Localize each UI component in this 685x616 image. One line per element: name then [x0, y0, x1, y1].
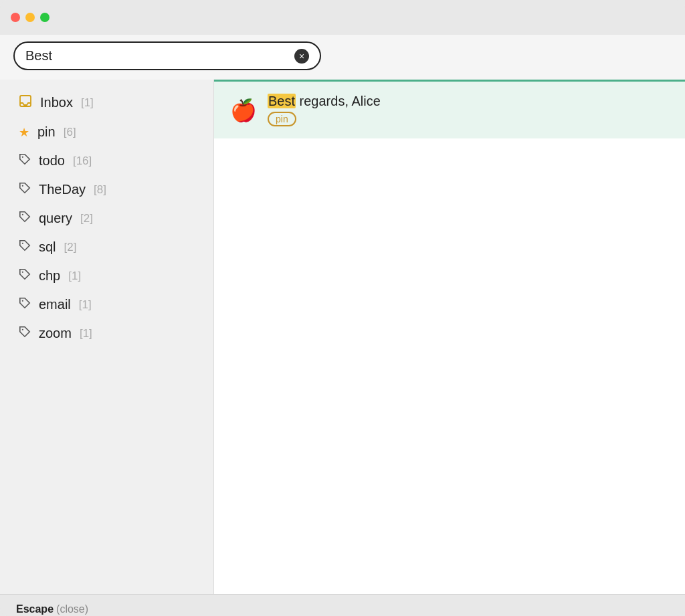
sidebar-item-count: [1] — [81, 96, 94, 110]
sidebar-item-label: todo — [39, 153, 65, 169]
sidebar-item-label: query — [39, 211, 72, 226]
search-highlight: Best — [268, 94, 296, 108]
sidebar-item-label: pin — [37, 124, 56, 140]
sidebar: Inbox [1] ★ pin [6] todo [16] TheDay [8] — [0, 80, 214, 594]
tag-icon — [19, 211, 31, 226]
search-clear-button[interactable]: × — [294, 49, 309, 64]
tag-icon — [19, 182, 31, 197]
maximize-button[interactable] — [40, 13, 50, 22]
main-content: Inbox [1] ★ pin [6] todo [16] TheDay [8] — [0, 80, 685, 594]
escape-hint: (close) — [56, 603, 88, 615]
sidebar-item-count: [1] — [79, 298, 92, 312]
sidebar-item-count: [6] — [64, 126, 76, 139]
svg-point-5 — [22, 272, 23, 273]
minimize-button[interactable] — [25, 13, 35, 22]
inbox-icon — [19, 94, 32, 111]
search-bar-wrapper: × — [0, 35, 685, 80]
sidebar-item-count: [1] — [80, 327, 92, 340]
sidebar-item-label: Inbox — [40, 95, 73, 110]
sidebar-item-label: zoom — [39, 326, 72, 341]
sidebar-item-chp[interactable]: chp [1] — [0, 262, 213, 290]
escape-key-label: Escape — [16, 603, 54, 615]
sidebar-item-zoom[interactable]: zoom [1] — [0, 319, 213, 348]
bottom-bar: Escape (close) — [0, 594, 685, 616]
sidebar-item-sql[interactable]: sql [2] — [0, 233, 213, 262]
star-icon: ★ — [19, 125, 29, 140]
sidebar-item-count: [2] — [64, 241, 77, 254]
svg-point-3 — [22, 214, 23, 215]
sidebar-item-count: [16] — [73, 155, 92, 168]
sidebar-item-label: sql — [39, 239, 56, 255]
tag-icon — [19, 326, 31, 341]
tag-icon — [19, 268, 31, 284]
sidebar-item-inbox[interactable]: Inbox [1] — [0, 88, 213, 118]
tag-icon — [19, 153, 31, 169]
svg-point-6 — [22, 300, 23, 302]
svg-point-1 — [22, 157, 23, 158]
svg-point-2 — [22, 185, 23, 187]
results-pane: 🍎 Best regards, Alice pin — [214, 80, 685, 594]
sidebar-item-email[interactable]: email [1] — [0, 290, 213, 319]
tag-icon — [19, 297, 31, 312]
close-button[interactable] — [11, 13, 20, 22]
tag-icon — [19, 239, 31, 255]
sidebar-item-query[interactable]: query [2] — [0, 204, 213, 233]
sidebar-item-count: [2] — [80, 212, 93, 225]
sidebar-item-todo[interactable]: todo [16] — [0, 146, 213, 175]
sidebar-item-theday[interactable]: TheDay [8] — [0, 175, 213, 204]
sidebar-item-pin[interactable]: ★ pin [6] — [0, 118, 213, 146]
result-title: Best regards, Alice — [268, 94, 381, 109]
search-input[interactable] — [25, 48, 289, 64]
result-emoji: 🍎 — [230, 98, 257, 123]
sidebar-item-label: TheDay — [39, 182, 86, 197]
sidebar-item-label: chp — [39, 268, 60, 284]
search-bar: × — [13, 41, 321, 70]
svg-point-7 — [22, 329, 23, 330]
sidebar-item-count: [1] — [68, 270, 81, 283]
svg-point-4 — [22, 243, 23, 244]
result-item[interactable]: 🍎 Best regards, Alice pin — [214, 82, 685, 138]
title-bar — [0, 0, 685, 35]
sidebar-item-label: email — [39, 297, 71, 312]
pin-badge: pin — [268, 112, 296, 126]
result-content: Best regards, Alice pin — [268, 94, 381, 126]
sidebar-item-count: [8] — [94, 183, 106, 197]
result-badge-wrapper: pin — [268, 112, 381, 126]
